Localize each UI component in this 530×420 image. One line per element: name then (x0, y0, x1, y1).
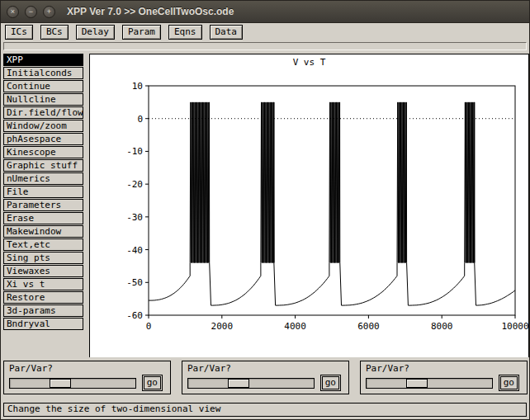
xpp-window: ×−+ XPP Ver 7.0 >> OneCellTwoOsc.ode ICs… (0, 0, 530, 420)
slider-thumb[interactable] (406, 379, 428, 388)
sidebar-item-window-zoom[interactable]: Window/zoom (3, 120, 83, 132)
voltage-trace (149, 102, 515, 305)
go-button[interactable]: go (144, 376, 161, 389)
slider-label: Par/Var? (366, 363, 522, 374)
param-slider-panel: Par/Var?go (3, 361, 171, 394)
maximize-button[interactable]: + (43, 6, 55, 18)
status-bar: Change the size of two-dimensional view (3, 403, 527, 417)
y-tick-label: -50 (126, 277, 143, 288)
menubar: ICsBCsDelayParamEqnsData (1, 23, 529, 40)
param-slider-panel: Par/Var?go (360, 361, 528, 394)
go-button[interactable]: go (500, 376, 518, 389)
slider-label: Par/Var? (9, 363, 165, 374)
x-tick-label: 6000 (357, 321, 380, 332)
slider-thumb[interactable] (228, 379, 249, 388)
menu-button-bcs[interactable]: BCs (40, 25, 69, 40)
slider-thumb[interactable] (50, 379, 71, 388)
sidebar-item-restore[interactable]: Restore (3, 291, 83, 304)
y-tick-label: -20 (126, 179, 143, 190)
sidebar-item-kinescope[interactable]: Kinescope (3, 146, 83, 158)
sidebar-item-viewaxes[interactable]: Viewaxes (3, 265, 83, 277)
titlebar[interactable]: ×−+ XPP Ver 7.0 >> OneCellTwoOsc.ode (1, 1, 529, 23)
window-title: XPP Ver 7.0 >> OneCellTwoOsc.ode (67, 6, 234, 17)
sidebar-item-nullcline[interactable]: Nullcline (3, 93, 83, 106)
x-tick-label: 0 (146, 321, 152, 332)
menu-button-data[interactable]: Data (210, 25, 244, 40)
sidebar-item-xi-vs-t[interactable]: Xi vs t (3, 278, 83, 290)
sidebar-item-3d-params[interactable]: 3d-params (3, 304, 83, 317)
minimize-button[interactable]: − (25, 6, 37, 18)
y-tick-label: 0 (137, 114, 143, 125)
sidebar-item-file[interactable]: File (3, 186, 83, 198)
command-line[interactable] (3, 42, 527, 50)
slider-track[interactable] (187, 378, 315, 389)
slider-track[interactable] (9, 378, 136, 389)
x-tick-label: 4000 (284, 321, 306, 332)
y-tick-label: -10 (126, 146, 143, 157)
param-slider-panel: Par/Var?go (182, 361, 349, 394)
slider-label: Par/Var? (187, 363, 343, 374)
menu-button-param[interactable]: Param (122, 25, 161, 40)
sidebar-item-makewindow[interactable]: Makewindow (3, 225, 83, 238)
y-tick-label: -60 (126, 310, 143, 321)
x-tick-label: 10000 (501, 321, 528, 332)
plot-window: V vs T 100-10-20-30-40-50-60020004000600… (89, 54, 529, 357)
sidebar-item-parameters[interactable]: Parameters (3, 199, 83, 211)
y-tick-label: -40 (126, 245, 143, 256)
x-tick-label: 2000 (211, 321, 233, 332)
main-area: XPPInitialcondsContinueNullclineDir.fiel… (1, 52, 529, 357)
menu-button-ics[interactable]: ICs (5, 25, 33, 40)
sidebar-item-numerics[interactable]: nUmerics (3, 172, 83, 185)
sidebar-item-erase[interactable]: Erase (3, 212, 83, 224)
window-controls: ×−+ (1, 6, 55, 18)
sidebar-item-xpp[interactable]: XPP (3, 54, 83, 66)
plot-title: V vs T (90, 54, 528, 68)
sidebar-menu: XPPInitialcondsContinueNullclineDir.fiel… (3, 54, 83, 357)
status-text: Change the size of two-dimensional view (7, 403, 220, 414)
sidebar-item-text-etc[interactable]: Text,etc (3, 238, 83, 251)
sidebar-item-initialconds[interactable]: Initialconds (3, 67, 83, 79)
slider-track[interactable] (366, 378, 493, 389)
sidebar-item-continue[interactable]: Continue (3, 80, 83, 92)
plot-svg: 100-10-20-30-40-50-600200040006000800010… (90, 69, 528, 355)
menu-button-delay[interactable]: Delay (76, 25, 115, 40)
go-button[interactable]: go (322, 376, 339, 389)
sidebar-item-dir-field-flow[interactable]: Dir.field/flow (3, 106, 83, 119)
sidebar-item-graphic-stuff[interactable]: Graphic stuff (3, 159, 83, 172)
close-button[interactable]: × (7, 6, 19, 18)
y-tick-label: -30 (126, 212, 143, 223)
sidebar-item-bndryval[interactable]: Bndryval (3, 318, 83, 330)
y-tick-label: 10 (132, 81, 143, 92)
sidebar-item-phasespace[interactable]: phAsespace (3, 133, 83, 145)
slider-row: Par/Var?goPar/Var?goPar/Var?go (1, 357, 529, 399)
x-tick-label: 8000 (431, 321, 453, 332)
sidebar-item-sing-pts[interactable]: Sing pts (3, 252, 83, 264)
menu-button-eqns[interactable]: Eqns (168, 25, 202, 40)
